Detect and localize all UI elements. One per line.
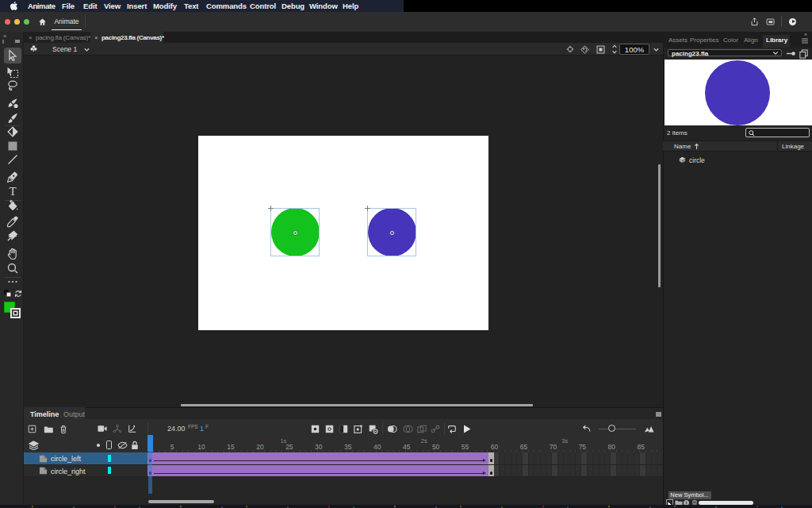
svg-text:T: T — [9, 185, 16, 198]
